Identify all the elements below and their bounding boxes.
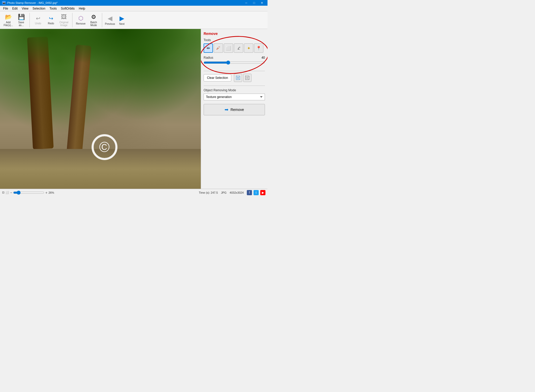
- window-title: Photo Stamp Remover - IMG_0492.jpg*: [7, 1, 57, 4]
- next-arrow-icon: ▶: [120, 15, 124, 22]
- menu-view[interactable]: View: [20, 6, 31, 11]
- title-bar-left: 📷 Photo Stamp Remover - IMG_0492.jpg*: [2, 1, 57, 5]
- selection-row: Clear Selection: [204, 74, 265, 82]
- remove-tools-group: ⬡ Remove ⚙ Batch Mode: [75, 13, 102, 27]
- original-image-label: Original Image: [60, 21, 68, 27]
- time-label: Time (s): 247.5: [199, 191, 218, 194]
- title-bar: 📷 Photo Stamp Remover - IMG_0492.jpg* ─ …: [0, 0, 268, 6]
- add-files-label: Add File(s)...: [4, 21, 13, 27]
- menu-selection[interactable]: Selection: [31, 6, 47, 11]
- original-image-icon: 🖼: [61, 14, 67, 20]
- radius-slider[interactable]: [204, 61, 265, 65]
- zoom-controls: ⊡ ⬜ − + 26%: [2, 191, 54, 195]
- menu-softorbits[interactable]: SoftOrbits: [59, 6, 77, 11]
- svg-rect-3: [246, 77, 248, 79]
- canvas-area[interactable]: ©: [0, 29, 201, 189]
- redo-icon: ↪: [49, 15, 53, 21]
- remove-button-label: Remove: [231, 108, 244, 112]
- next-label: Next: [119, 22, 125, 25]
- svg-rect-1: [237, 77, 239, 79]
- tool-eraser[interactable]: 🖋: [214, 43, 223, 53]
- redo-button[interactable]: ↪ Redo: [45, 13, 57, 27]
- next-button[interactable]: ▶ Next: [116, 13, 128, 27]
- tool-lasso[interactable]: 𝓛: [234, 43, 243, 53]
- radius-row: Radius 40: [204, 56, 265, 59]
- remove-label: Remove: [76, 22, 85, 25]
- zoom-slider[interactable]: [13, 191, 44, 195]
- toolbar: 📂 Add File(s)... 💾 Save as... ↩ Undo ↪ R…: [0, 11, 268, 29]
- tools-row: ✏ 🖋 ⬜ 𝓛 ✦ 📍: [204, 43, 265, 53]
- divider-2: [204, 86, 265, 86]
- copyright-symbol: ©: [92, 134, 117, 160]
- undo-icon: ↩: [36, 15, 40, 21]
- close-button[interactable]: ✕: [258, 0, 265, 6]
- menu-file[interactable]: File: [1, 6, 10, 11]
- tool-pencil[interactable]: ✏: [204, 43, 213, 53]
- tools-label: Tools: [204, 38, 265, 42]
- tool-magic-wand[interactable]: ✦: [244, 43, 253, 53]
- minimize-button[interactable]: ─: [243, 0, 250, 6]
- mode-select[interactable]: Texture generation Smart fill Clone: [204, 94, 265, 100]
- previous-label: Previous: [105, 22, 115, 25]
- canvas-image: ©: [0, 29, 201, 189]
- title-bar-controls[interactable]: ─ □ ✕: [243, 0, 265, 6]
- nav-group: ◀ Previous ▶ Next: [104, 13, 130, 27]
- crop-icon: ⊡: [2, 191, 4, 194]
- facebook-button[interactable]: f: [247, 190, 252, 195]
- main-area: © Remove Tools ✏ 🖋 ⬜ 𝓛 ✦ 📍 Radius 40 Cle…: [0, 29, 268, 189]
- save-as-label: Save as...: [18, 21, 24, 27]
- edit-tools-group: ↩ Undo ↪ Redo 🖼 Original Image: [32, 13, 72, 27]
- batch-mode-label: Batch Mode: [90, 21, 97, 27]
- social-icons: f t ▶: [247, 190, 265, 195]
- right-panel: Remove Tools ✏ 🖋 ⬜ 𝓛 ✦ 📍 Radius 40 Clear…: [201, 29, 268, 189]
- add-files-icon: 📂: [5, 14, 12, 20]
- remove-tool-icon: ⬡: [78, 15, 83, 22]
- menu-edit[interactable]: Edit: [10, 6, 20, 11]
- save-icon: 💾: [18, 14, 25, 20]
- save-as-button[interactable]: 💾 Save as...: [15, 13, 27, 27]
- divider-1: [204, 71, 265, 71]
- object-removing-mode-label: Object Removing Mode: [204, 88, 265, 92]
- zoom-level: 26%: [48, 191, 54, 194]
- maximize-button[interactable]: □: [250, 0, 258, 6]
- tool-stamp[interactable]: 📍: [254, 43, 263, 53]
- select-icon: ⬜: [5, 191, 9, 194]
- tool-rect-select[interactable]: ⬜: [224, 43, 233, 53]
- batch-mode-button[interactable]: ⚙ Batch Mode: [87, 13, 100, 27]
- remove-arrow-icon: ➡: [225, 107, 228, 112]
- original-image-button[interactable]: 🖼 Original Image: [58, 13, 70, 27]
- remove-execute-button[interactable]: ➡ Remove: [204, 104, 265, 115]
- zoom-out-button[interactable]: −: [10, 191, 12, 195]
- radius-label: Radius: [204, 56, 213, 59]
- add-files-button[interactable]: 📂 Add File(s)...: [2, 13, 14, 27]
- youtube-button[interactable]: ▶: [260, 190, 265, 195]
- format-label: JPG: [221, 191, 226, 194]
- zoom-in-button[interactable]: +: [45, 191, 47, 195]
- menu-help[interactable]: Help: [77, 6, 87, 11]
- previous-button[interactable]: ◀ Previous: [104, 13, 116, 27]
- menu-tools[interactable]: Tools: [47, 6, 59, 11]
- menu-bar: File Edit View Selection Tools SoftOrbit…: [0, 6, 268, 11]
- batch-mode-icon: ⚙: [91, 14, 96, 20]
- dimensions-label: 4032x3024: [230, 191, 244, 194]
- panel-title: Remove: [204, 32, 265, 36]
- app-icon: 📷: [2, 1, 6, 5]
- save-selection-icon: [236, 76, 240, 80]
- select-save-icon-btn[interactable]: [234, 74, 242, 82]
- undo-label: Undo: [35, 22, 41, 25]
- undo-button[interactable]: ↩ Undo: [32, 13, 44, 27]
- prev-arrow-icon: ◀: [108, 15, 112, 22]
- remove-button-toolbar[interactable]: ⬡ Remove: [75, 13, 87, 27]
- redo-label: Redo: [48, 22, 54, 25]
- clear-selection-button[interactable]: Clear Selection: [204, 74, 231, 81]
- radius-value: 40: [262, 56, 265, 59]
- select-load-icon-btn[interactable]: [243, 74, 251, 82]
- load-selection-icon: [245, 76, 250, 80]
- twitter-button[interactable]: t: [254, 190, 259, 195]
- status-bar: ⊡ ⬜ − + 26% Time (s): 247.5 JPG 4032x302…: [0, 189, 268, 196]
- file-tools-group: 📂 Add File(s)... 💾 Save as...: [2, 13, 30, 27]
